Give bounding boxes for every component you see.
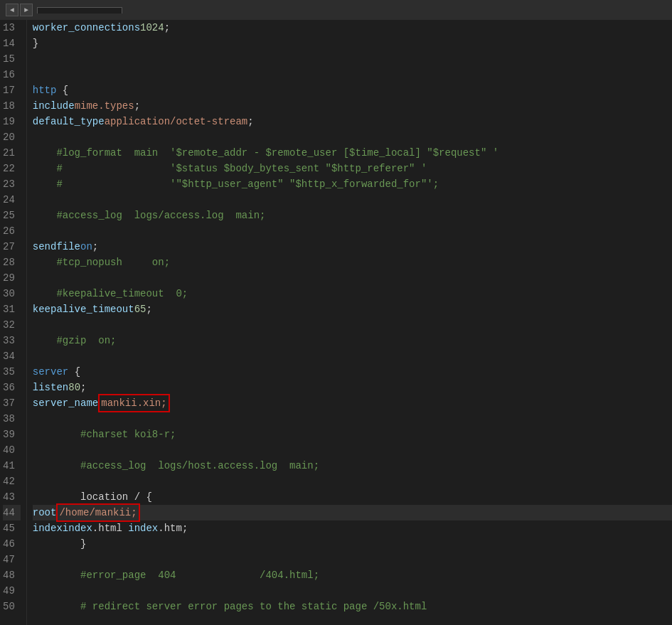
- code-line: [33, 270, 672, 286]
- code-line: listen 80;: [33, 380, 672, 395]
- line-number: 41: [3, 458, 21, 474]
- line-number: 17: [3, 82, 21, 98]
- line-number: 46: [3, 536, 21, 552]
- code-line: worker_connections 1024;: [33, 20, 672, 36]
- line-number: 49: [3, 583, 21, 599]
- line-number: 21: [3, 145, 21, 161]
- line-number: 27: [3, 239, 21, 255]
- line-number: 37: [3, 395, 21, 411]
- nav-arrows[interactable]: ◄ ►: [6, 4, 33, 16]
- code-line: [33, 474, 672, 489]
- line-number: 38: [3, 411, 21, 427]
- code-line: http {: [33, 82, 672, 98]
- code-line: #error_page 404 /404.html;: [33, 567, 672, 583]
- code-line: [33, 442, 672, 458]
- code-line: # redirect server error pages to the sta…: [33, 599, 672, 614]
- code-line: keepalive_timeout 65;: [33, 301, 672, 317]
- code-line: [33, 348, 672, 364]
- line-number: 33: [3, 333, 21, 348]
- line-number: 13: [3, 20, 21, 36]
- line-number: 20: [3, 129, 21, 145]
- code-line: server {: [33, 364, 672, 380]
- code-line: [33, 583, 672, 599]
- code-line: [33, 51, 672, 67]
- code-line: [33, 411, 672, 427]
- line-number: 25: [3, 208, 21, 223]
- line-number: 14: [3, 36, 21, 51]
- line-number: 22: [3, 161, 21, 176]
- code-line: #access_log logs/host.access.log main;: [33, 458, 672, 474]
- line-number: 44: [3, 505, 21, 520]
- code-line: [33, 192, 672, 208]
- line-number: 24: [3, 192, 21, 208]
- code-line: # '"$http_user_agent" "$http_x_forwarded…: [33, 176, 672, 192]
- line-number: 15: [3, 51, 21, 67]
- code-line: [33, 223, 672, 239]
- code-line: }: [33, 36, 672, 51]
- code-line: location / {: [33, 489, 672, 505]
- line-number: 26: [3, 223, 21, 239]
- code-line: #gzip on;: [33, 333, 672, 348]
- line-number: 47: [3, 552, 21, 567]
- line-number: 50: [3, 599, 21, 614]
- code-line: [33, 129, 672, 145]
- line-number: 28: [3, 255, 21, 270]
- code-line: include mime.types;: [33, 98, 672, 114]
- tab[interactable]: [37, 7, 122, 14]
- line-number: 45: [3, 520, 21, 536]
- code-line: [33, 317, 672, 333]
- line-number: 31: [3, 301, 21, 317]
- line-number: 18: [3, 98, 21, 114]
- title-bar: ◄ ►: [0, 0, 672, 20]
- line-number: 16: [3, 67, 21, 82]
- line-number: 29: [3, 270, 21, 286]
- code-line: # '$status $body_bytes_sent "$http_refer…: [33, 161, 672, 176]
- code-line: }: [33, 536, 672, 552]
- code-line: default_type application/octet-stream;: [33, 114, 672, 129]
- line-number: 42: [3, 474, 21, 489]
- back-arrow[interactable]: ◄: [6, 4, 18, 16]
- line-number: 35: [3, 364, 21, 380]
- line-number: 23: [3, 176, 21, 192]
- line-number: 43: [3, 489, 21, 505]
- line-number: 19: [3, 114, 21, 129]
- code-line: sendfile on;: [33, 239, 672, 255]
- line-number: 32: [3, 317, 21, 333]
- code-content[interactable]: worker_connections 1024;}http { include …: [27, 20, 672, 625]
- code-line: [33, 67, 672, 82]
- line-numbers: 1314151617181920212223242526272829303132…: [0, 20, 27, 625]
- forward-arrow[interactable]: ►: [20, 4, 33, 16]
- code-line: #log_format main '$remote_addr - $remote…: [33, 145, 672, 161]
- line-number: 40: [3, 442, 21, 458]
- line-number: 30: [3, 286, 21, 301]
- code-line: root /home/mankii;: [33, 505, 672, 520]
- editor-area: 1314151617181920212223242526272829303132…: [0, 20, 672, 625]
- line-number: 39: [3, 427, 21, 442]
- line-number: 36: [3, 380, 21, 395]
- code-line: server_name mankii.xin;: [33, 395, 672, 411]
- line-number: 48: [3, 567, 21, 583]
- line-number: 34: [3, 348, 21, 364]
- code-line: #access_log logs/access.log main;: [33, 208, 672, 223]
- code-line: #charset koi8-r;: [33, 427, 672, 442]
- code-line: index index.html index.htm;: [33, 520, 672, 536]
- code-line: [33, 552, 672, 567]
- code-line: #tcp_nopush on;: [33, 255, 672, 270]
- code-line: #keepalive_timeout 0;: [33, 286, 672, 301]
